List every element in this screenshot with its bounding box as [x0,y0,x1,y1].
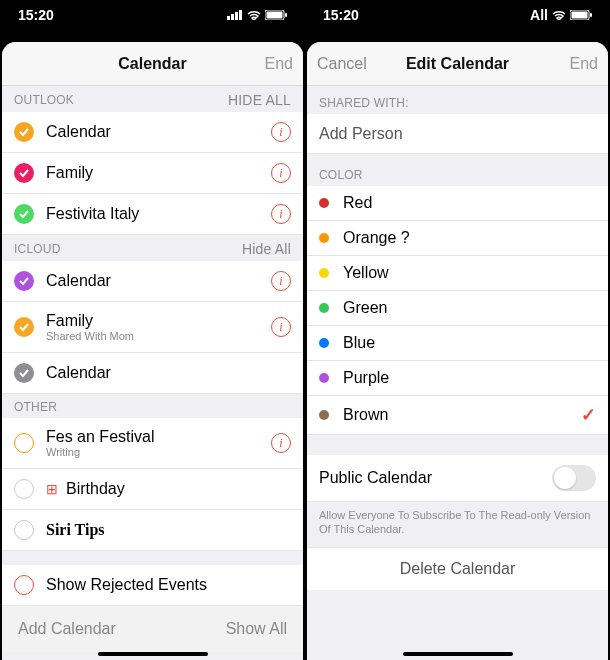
public-calendar-row: Public Calendar [307,455,608,502]
panel: Calendar End OUTLOOK HIDE ALL CalendariF… [2,42,303,660]
info-icon[interactable]: i [271,317,291,337]
svg-rect-1 [231,14,234,20]
calendar-row[interactable]: ⊞Birthday [2,469,303,510]
checkbox-icon[interactable] [14,520,34,540]
color-name: Brown [343,406,581,424]
calendar-name: Birthday [66,480,291,498]
svg-rect-0 [227,16,230,20]
svg-rect-9 [590,13,592,17]
color-name: Purple [343,369,596,387]
color-dot-icon [319,233,329,243]
calendar-name: Calendar [46,364,291,382]
calendar-name: Calendar [46,272,271,290]
info-icon[interactable]: i [271,204,291,224]
nav-bar: Calendar End [2,42,303,86]
color-option-row[interactable]: Red [307,186,608,221]
info-icon[interactable]: i [271,433,291,453]
home-indicator[interactable] [403,652,513,656]
section-label: ICLOUD [14,242,61,256]
status-bar: 15:20 [0,0,305,30]
calendar-row[interactable]: Familyi [2,153,303,194]
info-icon[interactable]: i [271,271,291,291]
section-label: OUTLOOK [14,93,74,107]
color-option-row[interactable]: Yellow [307,256,608,291]
svg-rect-5 [267,12,283,19]
checkbox-icon[interactable] [14,122,34,142]
checkmark-icon: ✓ [581,404,596,426]
calendar-name: FamilyShared With Mom [46,312,271,342]
section-label: OTHER [14,400,57,414]
checkbox-icon[interactable] [14,479,34,499]
footer-bar: Add Calendar Show All [2,606,303,652]
section-header: OTHER [2,394,303,418]
section-header: OUTLOOK HIDE ALL [2,86,303,112]
calendar-name: Family [46,164,271,182]
calendar-name: Siri Tips [46,521,291,539]
color-name: Green [343,299,596,317]
public-calendar-label: Public Calendar [319,469,552,487]
info-icon[interactable]: i [271,122,291,142]
svg-rect-8 [572,12,588,19]
color-name: Blue [343,334,596,352]
calendar-row[interactable]: Calendari [2,112,303,153]
edit-calendar-screen: 15:20 All Cancel Edit Calendar End SHARE… [305,0,610,660]
info-icon[interactable]: i [271,163,291,183]
cancel-button[interactable]: Cancel [317,55,367,73]
panel: Cancel Edit Calendar End SHARED WITH: Ad… [307,42,608,660]
color-dot-icon [319,198,329,208]
calendar-row[interactable]: Siri Tips [2,510,303,551]
nav-bar: Cancel Edit Calendar End [307,42,608,86]
calendar-row[interactable]: Calendar [2,353,303,394]
color-option-row[interactable]: Green [307,291,608,326]
color-option-row[interactable]: Brown ✓ [307,396,608,435]
delete-calendar-button[interactable]: Delete Calendar [307,547,608,590]
color-option-row[interactable]: Blue [307,326,608,361]
svg-rect-6 [285,13,287,17]
color-option-row[interactable]: Orange ? [307,221,608,256]
color-dot-icon [319,338,329,348]
calendar-name: Festivita Italy [46,205,271,223]
color-dot-icon [319,373,329,383]
checkbox-icon[interactable] [14,163,34,183]
hide-all-button[interactable]: HIDE ALL [228,92,291,108]
calendar-row[interactable]: Festivita Italyi [2,194,303,235]
checkbox-icon[interactable] [14,271,34,291]
checkbox-icon[interactable] [14,204,34,224]
calendar-row[interactable]: Calendari [2,261,303,302]
color-dot-icon [319,410,329,420]
checkbox-icon[interactable] [14,317,34,337]
checkbox-icon[interactable] [14,433,34,453]
home-indicator[interactable] [98,652,208,656]
calendar-glyph-icon: ⊞ [46,481,58,497]
status-bar: 15:20 All [305,0,610,30]
public-calendar-hint: Allow Everyone To Subscribe To The Read-… [307,502,608,547]
status-time: 15:20 [18,7,54,23]
section-header: COLOR [307,154,608,186]
add-person-row[interactable]: Add Person [307,114,608,154]
calendar-row[interactable]: FamilyShared With Momi [2,302,303,353]
hide-all-button[interactable]: Hide All [242,241,291,257]
svg-rect-3 [239,10,242,20]
calendar-subtitle: Writing [46,446,271,458]
svg-rect-2 [235,12,238,20]
color-option-row[interactable]: Purple [307,361,608,396]
color-dot-icon [319,303,329,313]
color-dot-icon [319,268,329,278]
show-all-button[interactable]: Show All [226,620,287,638]
status-icons: All [530,7,592,23]
done-button[interactable]: End [570,55,598,73]
calendar-name: Calendar [46,123,271,141]
status-time: 15:20 [323,7,359,23]
checkbox-icon[interactable] [14,575,34,595]
show-rejected-row[interactable]: Show Rejected Events [2,565,303,606]
calendar-list-screen: 15:20 Calendar End OUTLOOK HIDE ALL Cale… [0,0,305,660]
done-button[interactable]: End [265,55,293,73]
checkbox-icon[interactable] [14,363,34,383]
calendar-row[interactable]: Fes an FestivalWritingi [2,418,303,469]
color-name: Orange ? [343,229,596,247]
row-label: Show Rejected Events [46,576,291,594]
status-icons [227,10,287,20]
section-header: ICLOUD Hide All [2,235,303,261]
public-calendar-toggle[interactable] [552,465,596,491]
add-calendar-button[interactable]: Add Calendar [18,620,116,638]
